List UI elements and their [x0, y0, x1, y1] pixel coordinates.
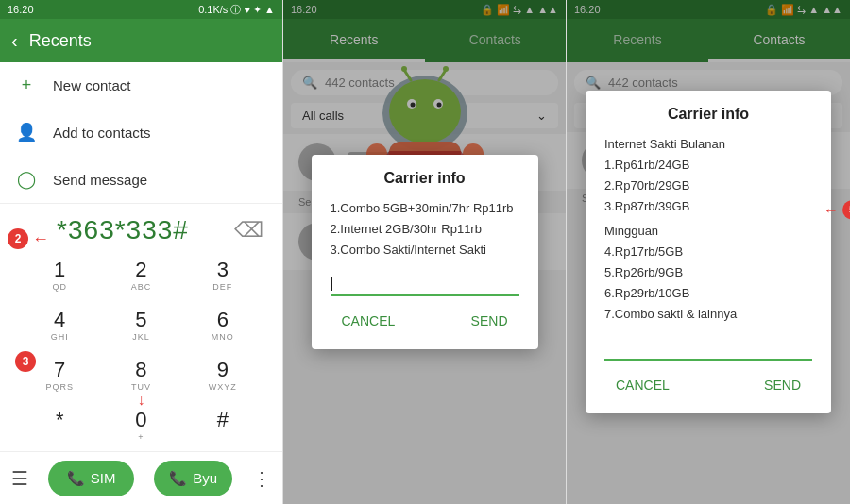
dialog-header: Internet Sakti Bulanan [604, 134, 812, 155]
person-icon: 👤 [15, 122, 38, 143]
dialog-line6: 6.Rp29rb/10GB [604, 283, 812, 304]
add-to-contacts-menu-item[interactable]: 👤 Add to contacts [0, 109, 282, 156]
dialog-line3: 3.Combo Sakti/Internet Sakti [331, 240, 519, 260]
dialog-cancel-3[interactable]: Cancel [604, 372, 681, 398]
dialog-line5: 5.Rp26rb/9GB [604, 262, 812, 283]
menu-dots-icon[interactable]: ☰ [11, 467, 28, 490]
key-0[interactable]: ↓ 0 + [100, 401, 181, 451]
key-hash[interactable]: # [182, 401, 264, 451]
bottom-bar: ☰ 📞 SIM 📞 Byu ⋮ [0, 451, 282, 504]
send-message-menu-item[interactable]: ◯ Send message [0, 156, 282, 203]
plus-icon: + [15, 76, 38, 95]
dialog-overlay-2: Carrier info 1.Combo 5GB+30min/7hr Rp11r… [283, 0, 566, 504]
key-9[interactable]: 9 WXYZ [182, 351, 264, 401]
phone-icon: 📞 [67, 470, 85, 487]
dialog-cancel-2[interactable]: Cancel [331, 308, 407, 334]
phone-dialer-panel: 16:20 0.1K/s ⓘ ♥ ✦ ▲ ‹ Recents + New con… [0, 0, 283, 504]
annotation-2: 2 [8, 228, 28, 249]
top-bar-dialer: ‹ Recents [0, 19, 282, 62]
byu-label: Byu [193, 470, 217, 486]
dialog-title-2: Carrier info [331, 170, 519, 187]
dialog-content-3: Internet Sakti Bulanan 1.Rp61rb/24GB 2.R… [604, 134, 812, 326]
key-star[interactable]: * [19, 401, 100, 451]
contacts-panel-3: 16:20 🔒 📶 ⇆ ▲ ▲▲ Recents Contacts 🔍 442 … [567, 0, 850, 504]
context-menu: + New contact 👤 Add to contacts ◯ Send m… [0, 62, 282, 204]
dialog-line1-3: 1.Rp61rb/24GB [604, 155, 812, 176]
key-2[interactable]: 2 ABC [100, 251, 181, 301]
message-icon: ◯ [15, 169, 38, 190]
key-3[interactable]: 3 DEF [182, 251, 264, 301]
dialog-line3-3: 3.Rp87rb/39GB [604, 196, 812, 217]
status-icons-1: 0.1K/s ⓘ ♥ ✦ ▲ [198, 3, 275, 17]
dialog-title-3: Carrier info [604, 106, 812, 123]
dialog-line4: 4.Rp17rb/5GB [604, 242, 812, 262]
dialog-line1: 1.Combo 5GB+30min/7hr Rp11rb [331, 198, 519, 219]
dialer-title: Recents [29, 31, 92, 51]
add-to-contacts-label: Add to contacts [53, 125, 150, 141]
dialog-subheader: Mingguan [604, 221, 812, 242]
key-5[interactable]: 5 JKL [100, 301, 181, 351]
delete-button[interactable]: ⌫ [230, 214, 267, 246]
dialer-display: 2 ← *363*333# ⌫ [0, 204, 282, 251]
status-bar-1: 16:20 0.1K/s ⓘ ♥ ✦ ▲ [0, 0, 282, 19]
new-contact-menu-item[interactable]: + New contact [0, 62, 282, 109]
dialog-line7: 7.Combo sakti & lainnya [604, 304, 812, 325]
call-byu-button[interactable]: 📞 Byu [154, 461, 232, 496]
dialpad-grid-icon[interactable]: ⋮ [252, 467, 271, 490]
back-button[interactable]: ‹ [11, 30, 18, 52]
dialog-input-3[interactable] [604, 336, 812, 361]
send-message-label: Send message [53, 172, 147, 188]
new-contact-label: New contact [53, 77, 131, 93]
dialog-buttons-2: Cancel Send [331, 308, 519, 334]
carrier-info-dialog-2: Carrier info 1.Combo 5GB+30min/7hr Rp11r… [312, 155, 538, 349]
dialog-overlay-3: Carrier info Internet Sakti Bulanan 1.Rp… [567, 0, 850, 504]
call-sim-button[interactable]: 📞 SIM [48, 461, 135, 496]
carrier-info-dialog-3: Carrier info Internet Sakti Bulanan 1.Rp… [586, 91, 831, 414]
dialog-line2-3: 2.Rp70rb/29GB [604, 176, 812, 196]
dialog-input-2[interactable] [331, 272, 519, 296]
phone-icon-2: 📞 [169, 470, 187, 487]
key-4[interactable]: 4 GHI [19, 301, 100, 351]
dialog-line2: 2.Internet 2GB/30hr Rp11rb [331, 219, 519, 240]
dialog-send-2[interactable]: Send [460, 308, 519, 334]
sim-label: SIM [91, 470, 116, 486]
key-7[interactable]: 3 7 PQRS [19, 351, 100, 401]
dialog-buttons-3: Cancel Send [604, 372, 812, 398]
key-1[interactable]: 1 QD [19, 251, 100, 301]
dialog-send-3[interactable]: Send [753, 372, 812, 398]
keypad: 1 QD 2 ABC 3 DEF 4 GHI 5 JKL 6 MNO 3 7 P… [0, 251, 282, 451]
annotation-3: 3 [15, 351, 36, 372]
status-time-1: 16:20 [8, 4, 34, 15]
key-6[interactable]: 6 MNO [182, 301, 264, 351]
contacts-panel-2: 16:20 🔒 📶 ⇆ ▲ ▲▲ Recents Contacts 🔍 442 … [283, 0, 567, 504]
dialog-content-2: 1.Combo 5GB+30min/7hr Rp11rb 2.Internet … [331, 198, 519, 260]
